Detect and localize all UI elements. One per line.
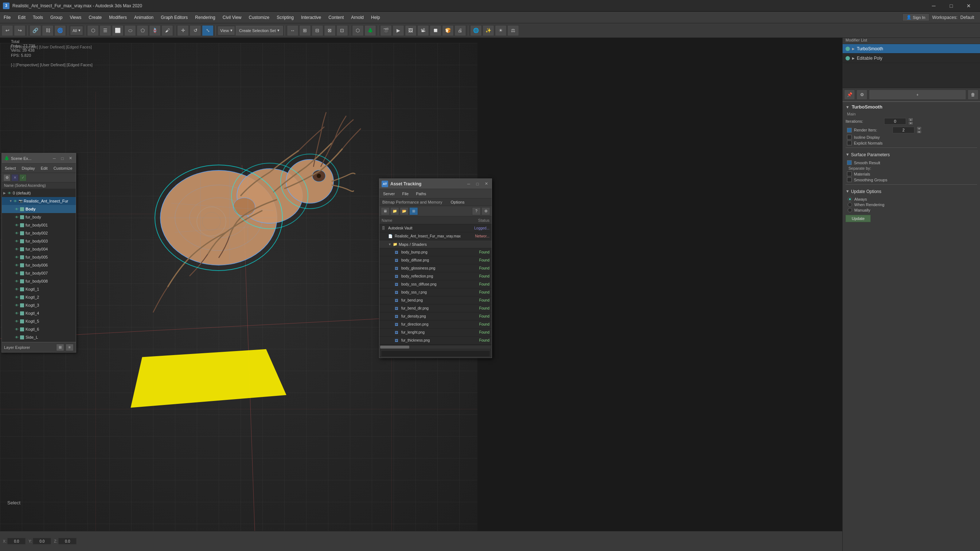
- at-help-btn[interactable]: ?: [472, 207, 481, 215]
- spin-down[interactable]: ▼: [908, 121, 913, 125]
- spin-up2[interactable]: ▲: [916, 126, 922, 130]
- update-options-expand[interactable]: ▼: [846, 189, 850, 194]
- spin-up[interactable]: ▲: [908, 118, 913, 121]
- at-path-field[interactable]: [381, 350, 490, 357]
- modifier-editable-poly[interactable]: ▶ Editable Poly: [843, 54, 980, 63]
- at-icon-btn1[interactable]: 🖥: [381, 207, 390, 215]
- at-close-btn[interactable]: ✕: [483, 181, 490, 187]
- at-item-fur-bend[interactable]: 🖼 fur_bend.png Found: [379, 297, 492, 305]
- se-menu-select[interactable]: Select: [2, 164, 19, 173]
- at-icon-btn2[interactable]: 📁: [390, 207, 399, 215]
- tree-item-fur-body003[interactable]: 👁 fur_body003: [2, 237, 76, 245]
- tree-item-kogtl5[interactable]: 👁 Kogtl_5: [2, 317, 76, 325]
- media-render-button[interactable]: 📽: [417, 25, 429, 36]
- at-scrollbar[interactable]: [379, 345, 492, 349]
- render-iters-checkbox[interactable]: [847, 128, 852, 133]
- exposure-button[interactable]: ☀: [495, 25, 507, 36]
- manage-layers-button[interactable]: ⬡: [352, 25, 364, 36]
- tree-item-fur-body005[interactable]: 👁 fur_body005: [2, 253, 76, 261]
- unlink-button[interactable]: ⛓: [42, 25, 54, 36]
- tree-item-kogtl3[interactable]: 👁 Kogtl_3: [2, 301, 76, 309]
- normal-align-button[interactable]: ⊠: [324, 25, 336, 36]
- se-menu-edit[interactable]: Edit: [38, 164, 51, 173]
- tree-item-fur-body001[interactable]: 👁 fur_body001: [2, 221, 76, 229]
- materials-checkbox[interactable]: [847, 171, 852, 176]
- render-compare-button[interactable]: ⚖: [508, 25, 519, 36]
- se-filter-btn[interactable]: ⚙: [3, 174, 11, 181]
- tree-item-fur-body002[interactable]: 👁 fur_body002: [2, 229, 76, 237]
- bake-button[interactable]: 🍞: [442, 25, 454, 36]
- le-btn2[interactable]: ≡: [65, 344, 74, 351]
- se-minimize-btn[interactable]: ─: [51, 155, 57, 162]
- scene-explorer-button[interactable]: 🌲: [364, 25, 376, 36]
- render-iters-input[interactable]: [892, 127, 915, 133]
- tree-item-fur-body008[interactable]: 👁 fur_body008: [2, 277, 76, 285]
- close-button[interactable]: ✕: [960, 0, 977, 12]
- spin-down2[interactable]: ▼: [916, 130, 922, 133]
- turbosmooth-expand[interactable]: ▼: [846, 105, 850, 109]
- iterations-spinner[interactable]: ▲ ▼: [908, 118, 913, 125]
- place-highlight-button[interactable]: ⊡: [336, 25, 348, 36]
- rect-select-button[interactable]: ⬜: [112, 25, 124, 36]
- tree-item-fur-body004[interactable]: 👁 fur_body004: [2, 245, 76, 253]
- minimize-button[interactable]: ─: [925, 0, 942, 12]
- pin-stack-btn[interactable]: 📌: [844, 90, 855, 100]
- at-icon-btn3[interactable]: 📂: [400, 207, 409, 215]
- at-menu-paths[interactable]: Paths: [412, 189, 430, 198]
- at-item-vault[interactable]: 🗄 Autodesk Vault Logged...: [379, 224, 492, 232]
- x-input[interactable]: [7, 538, 25, 545]
- se-menu-customize[interactable]: Customize: [51, 164, 75, 173]
- manually-radio[interactable]: [848, 208, 852, 212]
- at-maximize-btn[interactable]: □: [474, 181, 481, 187]
- menu-customize[interactable]: Customize: [245, 12, 273, 23]
- delete-modifier-btn[interactable]: 🗑: [967, 90, 978, 100]
- fence-select-button[interactable]: ⬠: [137, 25, 148, 36]
- at-item-bump[interactable]: 🖼 body_bump.png Found: [379, 248, 492, 256]
- circle-select-button[interactable]: ⬭: [124, 25, 136, 36]
- select-object-button[interactable]: ⬡: [87, 25, 99, 36]
- menu-arnold[interactable]: Arnold: [347, 12, 368, 23]
- menu-edit[interactable]: Edit: [14, 12, 29, 23]
- le-btn1[interactable]: ⊞: [56, 344, 64, 351]
- at-item-glossiness[interactable]: 🖼 body_glossiness.png Found: [379, 264, 492, 272]
- se-sync-btn[interactable]: ✓: [19, 174, 27, 181]
- at-item-sss-diffuse[interactable]: 🖼 body_sss_diffuse.png Found: [379, 280, 492, 288]
- effects-button[interactable]: ✨: [482, 25, 494, 36]
- tree-item-kogtl2[interactable]: 👁 Kogtl_2: [2, 293, 76, 301]
- lasso-select-button[interactable]: 🪢: [149, 25, 161, 36]
- at-item-diffuse[interactable]: 🖼 body_diffuse.png Found: [379, 256, 492, 264]
- always-radio[interactable]: [848, 197, 852, 202]
- tree-item-side-l[interactable]: 👁 Side_L: [2, 333, 76, 341]
- undo-button[interactable]: ↩: [2, 25, 13, 36]
- menu-file[interactable]: File: [0, 12, 14, 23]
- menu-group[interactable]: Group: [47, 12, 66, 23]
- render-button[interactable]: ▶: [393, 25, 404, 36]
- rotate-button[interactable]: ↺: [189, 25, 201, 36]
- redo-button[interactable]: ↪: [14, 25, 25, 36]
- menu-views[interactable]: Views: [66, 12, 85, 23]
- at-scrollbar-thumb[interactable]: [380, 346, 409, 349]
- tree-item-default[interactable]: ▶ 👁 0 (default): [2, 189, 76, 197]
- menu-help[interactable]: Help: [368, 12, 384, 23]
- at-menu-server[interactable]: Server: [379, 189, 398, 198]
- render-to-texture[interactable]: 🔲: [430, 25, 441, 36]
- bind-space-warp[interactable]: 🌀: [54, 25, 66, 36]
- menu-graph-editors[interactable]: Graph Editors: [157, 12, 191, 23]
- menu-scripting[interactable]: Scripting: [273, 12, 298, 23]
- menu-create[interactable]: Create: [85, 12, 105, 23]
- scale-button[interactable]: ⤡: [202, 25, 213, 36]
- at-icon-btn4[interactable]: ⊞: [409, 207, 418, 215]
- surface-params-expand[interactable]: ▼: [846, 152, 850, 157]
- se-clear-btn[interactable]: ✕: [11, 174, 19, 181]
- paint-select-button[interactable]: 🖌: [161, 25, 173, 36]
- at-item-max-file[interactable]: 📄 Realistic_Ant_Insect_Fur_max_vray.max …: [379, 232, 492, 240]
- signin-button[interactable]: 👤 Sign In: [902, 13, 929, 21]
- when-rendering-radio[interactable]: [848, 202, 852, 207]
- tree-item-kogtl1[interactable]: 👁 Kogtl_1: [2, 285, 76, 293]
- at-item-fur-density[interactable]: 🖼 fur_density.png Found: [379, 313, 492, 321]
- move-button[interactable]: ✛: [177, 25, 189, 36]
- tree-item-kogtl4[interactable]: 👁 Kogtl_4: [2, 309, 76, 317]
- at-minimize-btn[interactable]: ─: [465, 181, 472, 187]
- menu-interactive[interactable]: Interactive: [298, 12, 325, 23]
- view-dropdown[interactable]: View ▾: [218, 26, 235, 35]
